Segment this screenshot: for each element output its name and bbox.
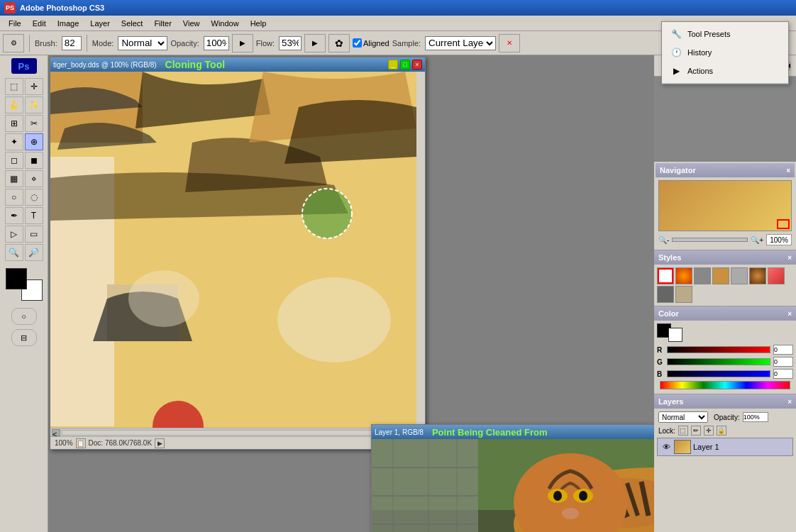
style-swatch-4[interactable] <box>712 267 729 284</box>
menu-select[interactable]: Select <box>116 18 149 29</box>
path-tool[interactable]: ▷ <box>5 226 23 243</box>
zoom-tool[interactable]: 🔎 <box>25 244 43 261</box>
shape-tool[interactable]: ▭ <box>25 226 43 243</box>
doc1-minimize[interactable]: _ <box>388 60 398 70</box>
opacity-input[interactable] <box>204 36 229 50</box>
gradient-tool[interactable]: ▦ <box>5 170 23 187</box>
background-eraser[interactable]: ◼ <box>25 152 43 169</box>
crop-tool[interactable]: ⊞ <box>5 115 23 132</box>
brush-size-input[interactable] <box>62 36 82 50</box>
menu-item-history[interactable]: 🕐 History <box>662 43 788 62</box>
clone-stamp[interactable]: ⊕ <box>25 133 43 150</box>
mode-select[interactable]: Normal <box>118 36 167 50</box>
scroll-track-h[interactable] <box>62 430 414 436</box>
foreground-color[interactable] <box>6 268 27 289</box>
paint-bucket[interactable]: ⋄ <box>25 170 43 187</box>
style-swatch-5[interactable] <box>731 267 748 284</box>
style-swatch-6[interactable] <box>749 267 766 284</box>
selection-tool[interactable]: ⬚ <box>5 78 23 95</box>
screen-mode-btn[interactable]: ⊟ <box>11 329 37 346</box>
style-swatch-2[interactable] <box>675 267 692 284</box>
lock-transparent-btn[interactable]: ⬚ <box>678 426 688 436</box>
lock-paint-btn[interactable]: ✏ <box>691 426 701 436</box>
cancel-sample-btn[interactable]: ✕ <box>499 34 520 52</box>
layer-mode-select[interactable]: Normal <box>658 411 708 423</box>
menu-image[interactable]: Image <box>52 18 85 29</box>
tiger-image <box>50 72 416 428</box>
menu-filter[interactable]: Filter <box>148 18 177 29</box>
sep1 <box>29 35 30 52</box>
menu-help[interactable]: Help <box>245 18 272 29</box>
lasso-tool[interactable]: 🪝 <box>5 96 23 113</box>
dodge-tool[interactable]: ○ <box>5 189 23 206</box>
tool-row-6: ▦ ⋄ <box>5 170 43 187</box>
doc1-close[interactable]: × <box>412 60 422 70</box>
eyedropper[interactable]: 🔍 <box>5 244 23 261</box>
color-close[interactable]: × <box>787 310 792 318</box>
style-swatch-3[interactable] <box>694 267 711 284</box>
menu-item-tool-presets[interactable]: 🔧 Tool Presets <box>662 25 788 43</box>
doc1-tool: Cloning Tool <box>165 59 226 70</box>
layer-visibility-toggle[interactable]: 👁 <box>660 441 672 453</box>
tool-row-10: 🔍 🔎 <box>5 244 43 261</box>
g-slider[interactable] <box>667 358 770 365</box>
navigator-close[interactable]: × <box>786 167 790 174</box>
sample-select[interactable]: Current Layer <box>425 36 496 50</box>
style-swatch-no-style[interactable] <box>657 267 674 284</box>
zoom-slider[interactable] <box>672 238 748 242</box>
zoom-input[interactable] <box>766 234 792 245</box>
menu-layer[interactable]: Layer <box>84 18 116 29</box>
layer-item-1[interactable]: 👁 Layer 1 <box>657 438 793 456</box>
flow-arrow[interactable]: ▶ <box>304 34 326 52</box>
r-value-input[interactable] <box>773 345 793 355</box>
r-slider[interactable] <box>667 346 770 353</box>
pen-tool[interactable]: ✒ <box>5 207 23 224</box>
eraser-tool[interactable]: ◻ <box>5 152 23 169</box>
tool-row-3: ⊞ ✂ <box>5 115 43 132</box>
menu-item-actions[interactable]: ▶ Actions <box>662 62 788 80</box>
g-value-input[interactable] <box>773 357 793 367</box>
menu-file[interactable]: File <box>3 18 27 29</box>
selection-mode-btn[interactable]: ○ <box>11 308 37 325</box>
move-tool[interactable]: ✛ <box>25 78 43 95</box>
workspace-menu-section: 🔧 Tool Presets 🕐 History ▶ Actions <box>662 22 788 84</box>
slice-tool[interactable]: ✂ <box>25 115 43 132</box>
magic-wand[interactable]: ✨ <box>25 96 43 113</box>
style-swatch-8[interactable] <box>657 286 674 303</box>
airbrush-btn[interactable]: ✿ <box>328 34 350 52</box>
lock-move-btn[interactable]: ✛ <box>704 426 714 436</box>
aligned-checkbox[interactable] <box>353 38 362 48</box>
nav-zoom-controls: 🔍- 🔍+ <box>658 234 792 245</box>
aligned-checkbox-label: Aligned <box>353 38 389 48</box>
style-swatch-7[interactable] <box>768 267 785 284</box>
b-value-input[interactable] <box>773 369 793 379</box>
flow-input[interactable] <box>279 36 302 50</box>
b-slider[interactable] <box>667 370 770 377</box>
layer-opacity-input[interactable] <box>743 412 768 422</box>
healing-brush[interactable]: ✦ <box>5 133 23 150</box>
doc1-info-btn[interactable]: 📋 <box>76 438 86 448</box>
tool-options-btn[interactable]: ⚙ <box>3 34 24 52</box>
scroll-left-btn[interactable]: < <box>52 429 60 436</box>
layers-close[interactable]: × <box>787 398 792 406</box>
menu-window[interactable]: Window <box>206 18 245 29</box>
doc2-title: Layer 1, RGB/8 <box>375 428 424 436</box>
menu-view[interactable]: View <box>177 18 206 29</box>
color-fg-bg-swatches <box>657 323 793 342</box>
title-bar: PS Adobe Photoshop CS3 <box>0 0 796 16</box>
color-spectrum[interactable] <box>660 381 790 389</box>
opacity-arrow[interactable]: ▶ <box>232 34 253 52</box>
menu-edit[interactable]: Edit <box>27 18 52 29</box>
blur-tool[interactable]: ◌ <box>25 189 43 206</box>
doc1-arrow-btn[interactable]: ▶ <box>155 438 165 448</box>
lock-all-btn[interactable]: 🔒 <box>717 426 726 436</box>
styles-close[interactable]: × <box>787 254 792 262</box>
style-swatch-9[interactable] <box>675 286 692 303</box>
doc1-scrollbar-h[interactable]: < > <box>50 428 425 436</box>
zoom-out-icon[interactable]: 🔍- <box>658 236 669 244</box>
doc1-statusbar: 100% 📋 Doc: 768.0K/768.0K ▶ <box>50 436 425 449</box>
text-tool[interactable]: T <box>25 207 43 224</box>
doc1-maximize[interactable]: □ <box>400 60 410 70</box>
color-bg-swatch[interactable] <box>668 328 682 342</box>
zoom-in-icon[interactable]: 🔍+ <box>751 236 763 244</box>
